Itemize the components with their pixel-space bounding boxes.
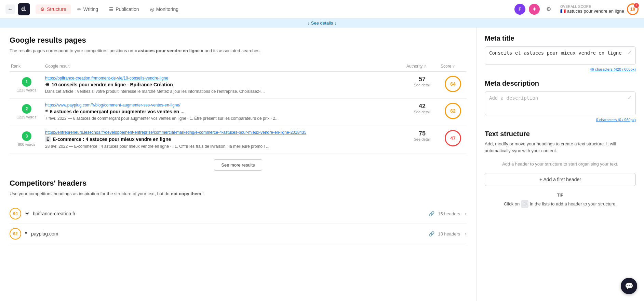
tab-publication[interactable]: ☰ Publication [104, 4, 144, 14]
competitor-icon-2: ❝ [25, 231, 28, 237]
result-url-2[interactable]: https://www.payplug.com/fr/blog/comment-… [45, 103, 404, 108]
list-item: 64 ☀ bpifrance-creation.fr 🔗 15 headers … [10, 204, 467, 224]
text-structure-empty-msg: Add a header to your structure to start … [485, 161, 636, 168]
competitor-headers-2: 13 headers [438, 231, 460, 236]
meta-title-char-count[interactable]: 46 characters (420 / 600px) [485, 67, 636, 71]
right-panel-inner: Meta title Conseils et astuces pour mieu… [485, 34, 636, 208]
see-detail-1[interactable]: See detail [406, 83, 438, 87]
result-url-1[interactable]: https://bpifrance-creation.fr/moment-de-… [45, 76, 404, 81]
score-cell-3: 47 [439, 126, 467, 154]
chat-button[interactable]: 💬 [621, 278, 637, 294]
expand-description-icon[interactable]: ⤢ [626, 94, 633, 101]
result-icon-2: ❝ [45, 109, 48, 114]
top-navigation: ← d. ⚙ Structure ✏ Writing ☰ Publication… [0, 0, 644, 18]
main-layout: Google results pages The results pages c… [0, 28, 644, 301]
authority-score-1: 57 [406, 76, 438, 83]
authority-cell-1: 57 See detail [405, 71, 439, 99]
competitors-section: Competitors' headers Use your competitor… [10, 179, 467, 244]
competitor-name-2: payplug.com [31, 231, 424, 236]
col-authority: Authority ? [405, 61, 439, 72]
see-detail-2[interactable]: See detail [406, 110, 438, 114]
tab-writing[interactable]: ✏ Writing [72, 4, 103, 14]
score-help-icon[interactable]: ? [453, 64, 455, 68]
google-results-desc: The results pages correspond to your com… [10, 47, 467, 54]
text-structure-heading: Text structure [485, 130, 636, 138]
score-cell-2: 62 [439, 99, 467, 126]
competitor-name-1: bpifrance-creation.fr [33, 211, 424, 216]
competitor-link-icon-2[interactable]: 🔗 [429, 231, 434, 236]
result-url-3[interactable]: https://entrepreneurs.lesechos.fr/develo… [45, 130, 404, 135]
competitor-icon-1: ☀ [25, 211, 29, 217]
overall-score-section: OVERALL SCORE 🇫🇷 astuces pour vendre en … [560, 3, 639, 15]
score-circle-1: 64 [445, 76, 461, 92]
notification-badge: ! [634, 3, 639, 8]
meta-title-heading: Meta title [485, 34, 636, 42]
see-details-bar[interactable]: ↓ See details ↓ [0, 18, 644, 28]
google-results-section: Google results pages The results pages c… [10, 36, 467, 171]
structure-icon: ⚙ [40, 6, 45, 12]
col-google-result: Google result [44, 61, 405, 72]
keyword-label: 🇫🇷 astuces pour vendre en ligne [560, 9, 624, 14]
result-title-2: ❝ 6 astuces de commerçant pour augmenter… [45, 109, 404, 114]
text-structure-section: Text structure Add, modify or move your … [485, 130, 636, 208]
expand-icon[interactable]: ⤢ [626, 49, 633, 56]
tab-monitoring[interactable]: ◎ Monitoring [145, 4, 183, 14]
see-detail-3[interactable]: See detail [406, 137, 438, 141]
competitors-title: Competitors' headers [10, 179, 467, 188]
avatar-f[interactable]: F [514, 4, 525, 15]
rank-cell-1: 1 1213 words [11, 76, 42, 92]
result-content-2: https://www.payplug.com/fr/blog/comment-… [44, 99, 405, 126]
text-structure-desc: Add, modify or move your headings to cre… [485, 141, 636, 154]
authority-score-2: 42 [406, 103, 438, 110]
meta-title-input[interactable]: Conseils et astuces pour mieux vendre en… [485, 46, 636, 65]
tip-label: TIP [485, 193, 636, 198]
rank-number-2: 2 [22, 104, 31, 114]
table-row: 3 800 words https://entrepreneurs.lesech… [10, 126, 467, 154]
authority-cell-2: 42 See detail [405, 99, 439, 126]
competitor-headers-1: 15 headers [438, 211, 460, 216]
see-more-button[interactable]: See more results [214, 159, 262, 171]
score-circle-2: 62 [445, 103, 461, 119]
tip-section: TIP Click on ⊞ in the lists to add a hea… [485, 193, 636, 208]
left-panel: Google results pages The results pages c… [0, 28, 477, 301]
words-label-3: 800 words [18, 142, 36, 146]
table-row: 1 1213 words https://bpifrance-creation.… [10, 71, 467, 99]
google-results-title: Google results pages [10, 36, 467, 45]
rank-number-3: 3 [22, 131, 31, 141]
words-label-1: 1213 words [17, 88, 37, 92]
result-snippet-2: 7 févr. 2022 — 6 astuces de commerçant p… [45, 116, 404, 121]
col-score: Score ? [439, 61, 467, 72]
publication-icon: ☰ [109, 6, 113, 12]
avatar-plus[interactable]: ✦ [529, 4, 540, 15]
result-icon-1: ☀ [45, 82, 50, 87]
result-content-1: https://bpifrance-creation.fr/moment-de-… [44, 71, 405, 99]
tab-structure[interactable]: ⚙ Structure [36, 4, 71, 14]
list-item: 62 ❝ payplug.com 🔗 13 headers › [10, 224, 467, 244]
competitor-chevron-1[interactable]: › [465, 211, 467, 216]
score-badge: 10 ! [627, 3, 639, 15]
result-content-3: https://entrepreneurs.lesechos.fr/develo… [44, 126, 405, 154]
nav-right: F ✦ ⚙ OVERALL SCORE 🇫🇷 astuces pour vend… [514, 3, 639, 15]
col-rank: Rank [10, 61, 44, 72]
score-cell-1: 64 [439, 71, 467, 99]
competitor-link-icon-1[interactable]: 🔗 [429, 211, 434, 216]
table-row: 2 1229 words https://www.payplug.com/fr/… [10, 99, 467, 126]
add-first-header-button[interactable]: + Add a first header [485, 173, 636, 186]
authority-help-icon[interactable]: ? [424, 64, 426, 68]
meta-description-char-count[interactable]: 0 characters (0 / 960px) [485, 118, 636, 122]
meta-title-section: Meta title Conseils et astuces pour mieu… [485, 34, 636, 71]
app-logo: d. [18, 3, 30, 15]
score-circle-3: 47 [445, 130, 461, 146]
meta-description-input[interactable] [485, 91, 636, 115]
rank-cell-3: 3 800 words [11, 130, 42, 146]
meta-title-input-wrapper: Conseils et astuces pour mieux vendre en… [485, 46, 636, 66]
back-button[interactable]: ← [5, 4, 15, 14]
tip-add-icon: ⊞ [521, 200, 528, 208]
meta-description-input-wrapper: ⤢ [485, 91, 636, 116]
rank-cell-2: 2 1229 words [11, 103, 42, 119]
nav-tabs: ⚙ Structure ✏ Writing ☰ Publication ◎ Mo… [36, 4, 183, 14]
settings-button[interactable]: ⚙ [543, 4, 554, 15]
competitor-chevron-2[interactable]: › [465, 231, 467, 236]
competitors-desc: Use your competitors' headings as inspir… [10, 190, 467, 197]
authority-score-3: 75 [406, 130, 438, 137]
